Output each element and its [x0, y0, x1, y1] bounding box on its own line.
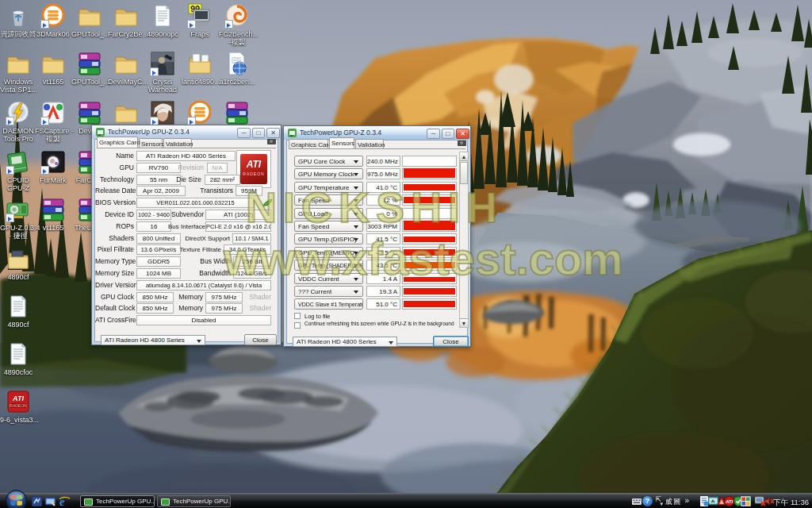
svg-text:ATI: ATI — [12, 394, 24, 402]
svg-text:ATI: ATI — [725, 499, 733, 504]
svg-text:RADEON: RADEON — [10, 403, 27, 408]
